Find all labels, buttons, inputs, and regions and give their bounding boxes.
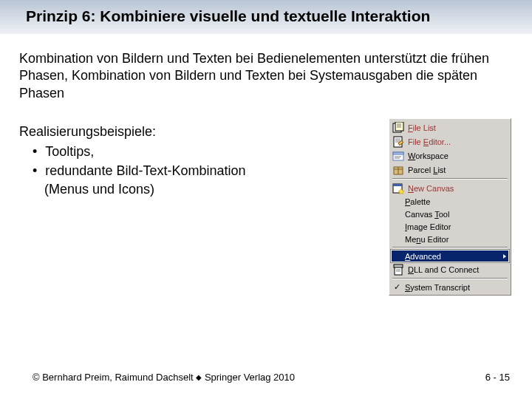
menu-item-label: Advanced [405,252,441,261]
menu-item-label: Canvas Tool [405,210,449,219]
slide-title: Prinzip 6: Kombiniere visuelle und textu… [0,0,532,34]
menu-item[interactable]: Palette [391,195,509,208]
menu-item-label: DLL and C Connect [408,265,479,274]
menu-item-label: Workspace [408,151,449,160]
menu-item[interactable]: Image Editor [391,220,509,233]
menu-item[interactable]: Menu Editor [391,233,509,245]
menu-separator [392,247,508,248]
examples-note: (Menus und Icons) [19,180,378,199]
menu-item[interactable]: File Editor... [391,134,509,149]
dll-icon [392,264,404,276]
parcel-icon [392,164,404,176]
workspace-icon [392,150,404,162]
menu-item-label: Image Editor [405,222,451,231]
svg-rect-11 [393,152,403,154]
menu-item-label: Menu Editor [405,235,449,244]
menu-item[interactable]: New Canvas [391,181,509,195]
menu-item-label: New Canvas [408,184,454,193]
menu-item[interactable]: Parcel List [391,163,509,177]
page-number: 6 - 15 [485,372,510,383]
check-icon: ✓ [392,282,401,292]
menu-item[interactable]: ✓System Transcript [391,281,509,293]
new-canvas-icon [392,183,404,194]
intro-text: Kombination von Bildern und Texten bei B… [19,50,511,102]
menu-item[interactable]: DLL and C Connect [391,262,509,276]
copyright: © Bernhard Preim, Raimund Dachselt ◆ Spr… [33,372,295,383]
menu-item[interactable]: Workspace [391,149,509,163]
menu-separator [392,278,508,279]
examples-block: Realisierungsbeispiele: Tooltips, redund… [19,123,378,296]
example-item: redundante Bild-Text-Kombination [44,162,378,180]
slide-footer: © Bernhard Preim, Raimund Dachselt ◆ Spr… [33,372,510,383]
example-item: Tooltips, [44,143,378,161]
sample-menu: File ListFile Editor...WorkspaceParcel L… [389,118,511,296]
menu-item-label: System Transcript [405,283,470,292]
file-list-icon [392,122,404,134]
menu-item[interactable]: File List [391,120,509,134]
menu-item[interactable]: Advanced [391,250,509,262]
svg-rect-21 [394,265,403,267]
svg-rect-1 [395,122,403,131]
menu-separator [392,178,508,180]
slide-body: Kombination von Bildern und Texten bei B… [0,34,532,296]
menu-item-label: File List [408,123,436,132]
submenu-arrow-icon [503,254,506,259]
menu-item-label: File Editor... [408,137,451,146]
examples-heading: Realisierungsbeispiele: [19,123,378,141]
menu-item[interactable]: Canvas Tool [391,208,509,220]
menu-item-label: Palette [405,197,430,206]
menu-item-label: Parcel List [408,166,446,174]
svg-rect-18 [393,184,402,186]
file-editor-icon [392,136,404,148]
